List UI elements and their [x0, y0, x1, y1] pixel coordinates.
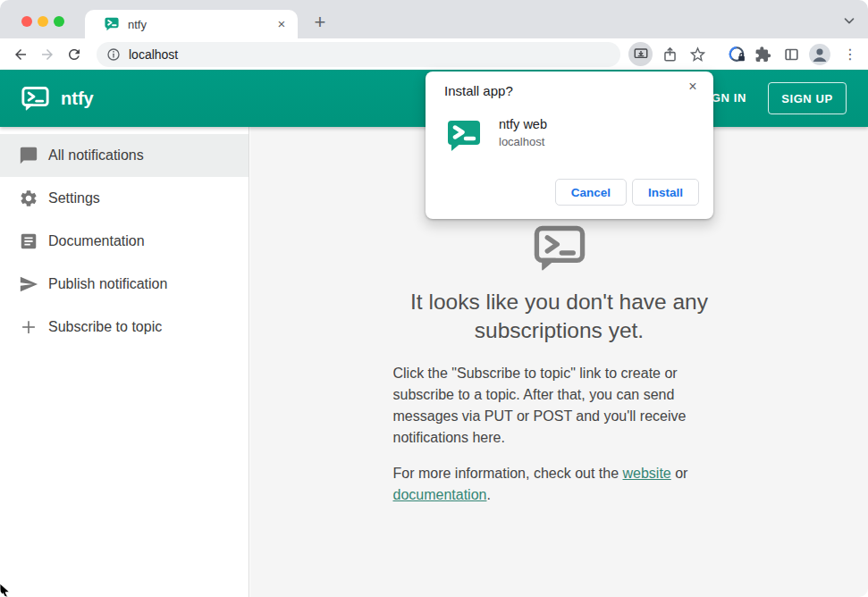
dialog-actions: Cancel Install — [555, 179, 699, 206]
documentation-link[interactable]: documentation — [393, 487, 487, 502]
ntfy-logo-icon — [21, 86, 49, 112]
send-icon — [19, 274, 38, 294]
browser-menu-icon[interactable]: ⋮ — [843, 52, 854, 57]
tab-close-icon[interactable]: × — [273, 15, 291, 33]
empty-state-text: Click the "Subscribe to topic" link to c… — [393, 363, 726, 506]
password-manager-extension-icon[interactable] — [728, 45, 746, 63]
more-info-text: For more information, check out the — [393, 466, 623, 481]
back-icon[interactable] — [13, 46, 29, 63]
chevron-down-icon[interactable] — [841, 13, 857, 29]
ntfy-app-icon — [447, 119, 481, 153]
sidebar-item-label: Settings — [48, 190, 100, 206]
sidebar-item-documentation[interactable]: Documentation — [0, 220, 249, 263]
side-panel-icon[interactable] — [783, 46, 800, 63]
share-icon[interactable] — [662, 46, 678, 63]
sidebar-item-label: Documentation — [48, 233, 145, 249]
document-icon — [19, 231, 38, 251]
bookmark-star-icon[interactable] — [688, 45, 707, 63]
website-link[interactable]: website — [623, 466, 671, 481]
sidebar-item-settings[interactable]: Settings — [0, 177, 249, 220]
sidebar-item-all-notifications[interactable]: All notifications — [0, 134, 249, 177]
install-button[interactable]: Install — [632, 179, 699, 206]
ntfy-favicon-icon — [105, 17, 119, 31]
empty-state-heading: It looks like you don't have any subscri… — [367, 288, 752, 345]
cancel-button[interactable]: Cancel — [555, 179, 627, 206]
empty-state-paragraph: Click the "Subscribe to topic" link to c… — [393, 363, 726, 449]
install-app-icon[interactable] — [628, 42, 653, 66]
site-info-icon[interactable] — [106, 47, 121, 62]
zoom-window-button[interactable] — [54, 16, 64, 27]
new-tab-button[interactable]: + — [308, 10, 333, 35]
ntfy-logo-large-icon — [534, 225, 586, 272]
sidebar-item-subscribe-to-topic[interactable]: Subscribe to topic — [0, 306, 249, 349]
dialog-app-origin: localhost — [499, 135, 544, 148]
dialog-app-name: ntfy web — [499, 117, 547, 131]
gear-icon — [19, 189, 38, 208]
chat-icon — [19, 146, 38, 165]
more-info-text: or — [671, 466, 688, 481]
reload-icon[interactable] — [66, 46, 82, 63]
browser-window: ntfy × + localhost — [0, 0, 868, 597]
dialog-close-icon[interactable]: × — [684, 78, 702, 96]
dialog-title: Install app? — [444, 83, 513, 98]
plus-icon — [19, 317, 38, 337]
install-desktop-glyph — [633, 46, 649, 63]
empty-state-more-info: For more information, check out the webs… — [393, 463, 726, 506]
brand-name: ntfy — [61, 88, 94, 109]
sidebar-item-publish-notification[interactable]: Publish notification — [0, 263, 249, 306]
sidebar-item-label: Publish notification — [48, 276, 167, 292]
install-app-dialog: Install app? × ntfy web localhost Cancel… — [426, 71, 713, 219]
extensions-puzzle-icon[interactable] — [754, 46, 771, 63]
mouse-cursor-icon — [0, 584, 12, 597]
url-text: localhost — [129, 47, 178, 62]
close-window-button[interactable] — [21, 16, 32, 27]
sidebar-item-label: All notifications — [48, 147, 144, 164]
sidebar-item-label: Subscribe to topic — [48, 319, 162, 335]
sign-up-button[interactable]: SIGN UP — [768, 82, 847, 114]
sidebar-nav: All notifications Settings Documentation… — [0, 127, 249, 597]
address-bar[interactable]: localhost — [97, 42, 620, 67]
tab-title: ntfy — [128, 18, 273, 31]
minimize-window-button[interactable] — [38, 16, 48, 27]
forward-icon[interactable] — [39, 46, 55, 63]
browser-tab[interactable]: ntfy × — [85, 10, 298, 38]
tab-strip: ntfy × + — [0, 0, 868, 38]
profile-avatar[interactable] — [808, 43, 831, 66]
more-info-text: . — [486, 487, 490, 502]
empty-state: It looks like you don't have any subscri… — [367, 225, 752, 520]
browser-toolbar: localhost — [0, 38, 868, 70]
